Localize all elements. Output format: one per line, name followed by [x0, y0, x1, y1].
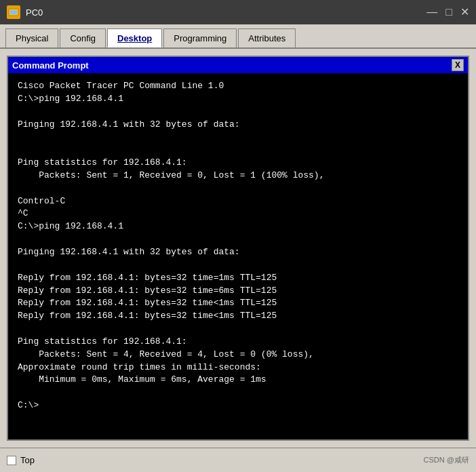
window-controls: — □ ✕ [427, 7, 469, 18]
minimize-button[interactable]: — [427, 7, 437, 18]
maximize-button[interactable]: □ [445, 7, 452, 18]
cmd-window: Command Prompt X Cisco Packet Tracer PC … [7, 56, 469, 441]
watermark: CSDN @咸研 [424, 455, 469, 465]
bottom-bar: Top CSDN @咸研 [0, 448, 476, 472]
top-label: Top [20, 455, 35, 465]
terminal-output[interactable]: Cisco Packet Tracer PC Command Line 1.0 … [8, 73, 468, 439]
cmd-close-button[interactable]: X [452, 59, 464, 71]
top-checkbox[interactable] [7, 456, 16, 465]
cmd-title-bar: Command Prompt X [8, 57, 468, 73]
tab-physical[interactable]: Physical [5, 28, 58, 47]
tab-bar: PhysicalConfigDesktopProgrammingAttribut… [0, 24, 476, 49]
tab-programming[interactable]: Programming [163, 28, 237, 47]
tab-desktop[interactable]: Desktop [107, 28, 162, 47]
main-content: Command Prompt X Cisco Packet Tracer PC … [0, 49, 476, 448]
tab-attributes[interactable]: Attributes [238, 28, 296, 47]
cmd-title-label: Command Prompt [12, 60, 89, 71]
tab-config[interactable]: Config [60, 28, 106, 47]
title-bar: PC0 — □ ✕ [0, 0, 476, 24]
svg-rect-1 [10, 10, 17, 14]
close-button[interactable]: ✕ [460, 7, 469, 18]
window-title: PC0 [26, 7, 427, 18]
app-icon [7, 5, 20, 19]
